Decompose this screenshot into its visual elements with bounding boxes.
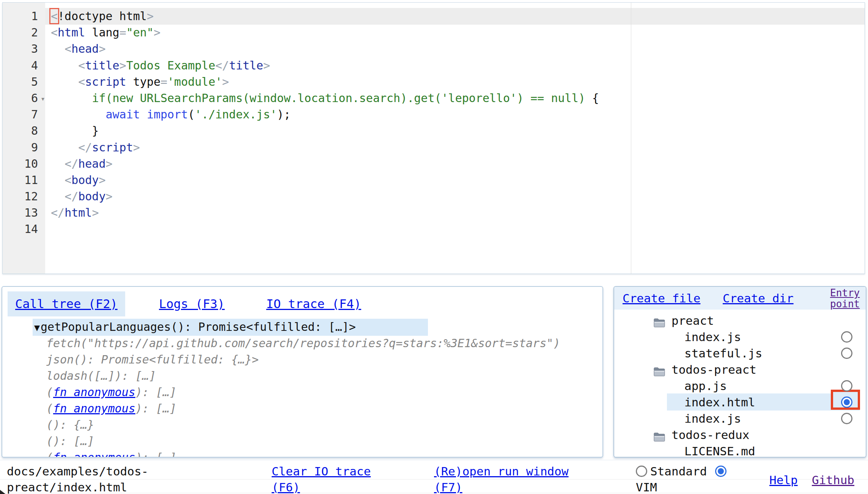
code-line[interactable]: <body> — [46, 172, 865, 188]
line-number: 9 — [3, 139, 45, 156]
selected-call-band[interactable]: ▼getPopularLanguages(): Promise<fulfille… — [33, 319, 428, 336]
code-token: > — [99, 173, 105, 187]
line-number: 3 — [3, 41, 45, 57]
file-tree-row-index.html[interactable]: index.html — [614, 394, 866, 411]
code-line[interactable]: </body> — [46, 188, 865, 205]
code-token: title — [85, 59, 119, 72]
tab-logs[interactable]: Logs (F3) — [151, 291, 232, 316]
folder-icon — [654, 430, 665, 439]
code-token: > — [263, 59, 270, 72]
code-token — [51, 42, 64, 55]
file-name-label: index.js — [684, 411, 741, 427]
code-token: </ — [51, 206, 64, 219]
create-dir-button[interactable]: Create dir — [723, 291, 794, 305]
code-token: < — [64, 42, 71, 55]
entry-point-radio[interactable] — [841, 331, 852, 343]
create-file-button[interactable]: Create file — [623, 291, 700, 305]
code-token: head — [71, 42, 99, 55]
call-tree-row[interactable]: (fn anonymous): […] — [2, 449, 602, 458]
mode-radio-vim[interactable] — [715, 466, 726, 477]
file-name-label: stateful.js — [684, 345, 762, 362]
code-line[interactable]: </script> — [46, 139, 865, 156]
line-number: 13 — [3, 205, 45, 221]
line-number: 8 — [3, 123, 45, 139]
code-token: await — [106, 108, 140, 121]
line-number: 4 — [3, 57, 45, 74]
github-link[interactable]: Github — [812, 473, 854, 487]
call-tree-row[interactable]: (fn anonymous): […] — [2, 400, 602, 417]
entry-point-radio[interactable] — [841, 380, 852, 392]
call-tree-row[interactable]: (): {…} — [2, 417, 602, 433]
code-token — [51, 190, 64, 203]
code-line[interactable] — [46, 221, 865, 237]
file-tree-row-todos-preact[interactable]: todos-preact — [614, 362, 866, 378]
mode-label-standard: Standard — [650, 464, 707, 478]
tab-io-trace[interactable]: IO trace (F4) — [259, 291, 369, 316]
code-token: body — [71, 173, 99, 187]
panel-tabs: Call tree (F2) Logs (F3) IO trace (F4) — [8, 291, 388, 316]
line-number: 14 — [3, 221, 45, 237]
file-tree-row-stateful.js[interactable]: stateful.js — [614, 345, 866, 362]
code-token: ( — [188, 108, 195, 121]
file-name-label: LICENSE.md — [684, 443, 755, 458]
code-token: './index.js' — [195, 108, 277, 121]
code-token: </ — [78, 141, 92, 154]
fn-anonymous-link[interactable]: fn anonymous — [53, 402, 135, 415]
call-tree-row[interactable]: (fn anonymous): […] — [2, 384, 602, 400]
tab-call-tree[interactable]: Call tree (F2) — [8, 291, 125, 316]
file-tree-row-todos-redux[interactable]: todos-redux — [614, 427, 866, 443]
call-tree-row[interactable]: ▼getPopularLanguages(): Promise<fulfille… — [2, 319, 602, 335]
file-tree-row-preact[interactable]: preact — [614, 313, 866, 329]
mode-radio-standard[interactable] — [636, 466, 647, 477]
entry-point-link[interactable]: Entry point — [830, 288, 863, 310]
file-tree-row-index.js[interactable]: index.js — [614, 329, 866, 345]
code-line[interactable]: <head> — [46, 41, 865, 57]
call-tree-row[interactable]: json(): Promise<fulfilled: {…}> — [2, 351, 602, 368]
print-margin-line — [631, 3, 631, 274]
fold-arrow-icon[interactable]: ▾ — [41, 91, 45, 107]
clear-io-trace-button[interactable]: Clear IO trace (F6) — [272, 464, 371, 494]
file-tree: preactindex.jsstateful.jstodos-preactapp… — [614, 313, 866, 458]
tab-logs-label[interactable]: Logs (F3) — [159, 297, 225, 311]
code-token: "en" — [126, 26, 154, 39]
code-line[interactable]: <!doctype html> — [46, 8, 865, 24]
fn-anonymous-link[interactable]: fn anonymous — [53, 385, 135, 399]
entry-point-radio[interactable] — [841, 413, 852, 424]
code-token: > — [147, 9, 154, 23]
code-line[interactable]: if(new URLSearchParams(window.location.s… — [46, 90, 865, 106]
code-line[interactable]: <html lang="en"> — [46, 24, 865, 41]
code-token: !doctype html — [58, 9, 147, 23]
call-tree-row[interactable]: lodash([…]): […] — [2, 368, 602, 384]
code-token: </ — [215, 59, 229, 72]
code-line[interactable]: </html> — [46, 205, 865, 221]
editor-code-lines[interactable]: <!doctype html><html lang="en"> <head> <… — [46, 8, 865, 238]
file-tree-row-LICENSE.md[interactable]: LICENSE.md — [614, 443, 866, 458]
entry-point-radio[interactable] — [841, 396, 852, 408]
code-token: < — [78, 59, 85, 72]
reopen-run-window-button[interactable]: (Re)open run window (F7) — [434, 464, 569, 494]
folder-icon — [654, 365, 665, 374]
tab-io-trace-label[interactable]: IO trace (F4) — [266, 297, 361, 311]
code-token — [51, 91, 92, 105]
tab-call-tree-label[interactable]: Call tree (F2) — [15, 297, 118, 311]
file-name-label: todos-preact — [671, 362, 756, 378]
line-number: 11 — [3, 172, 45, 188]
call-tree-row[interactable]: (): […] — [2, 433, 602, 449]
code-editor[interactable]: 123456▾7891011121314 <!doctype html><htm… — [2, 2, 865, 274]
entry-point-radio[interactable] — [841, 348, 852, 359]
code-line[interactable]: <title>Todos Example</title> — [46, 57, 865, 74]
code-line[interactable]: <script type='module'> — [46, 74, 865, 90]
file-tree-row-app.js[interactable]: app.js — [614, 378, 866, 394]
code-token: > — [222, 75, 229, 88]
code-line[interactable]: await import('./index.js'); — [46, 106, 865, 123]
file-name-label: preact — [671, 313, 714, 329]
leporello-app: { "editor": { "lines": [ {"n":"1","activ… — [0, 0, 868, 494]
code-token: > — [154, 26, 160, 39]
call-tree-row[interactable]: fetch("https://api.github.com/search/rep… — [2, 335, 602, 351]
code-line[interactable]: } — [46, 123, 865, 139]
code-line[interactable]: </head> — [46, 156, 865, 172]
file-tree-row-index.js[interactable]: index.js — [614, 411, 866, 427]
fn-anonymous-link[interactable]: fn anonymous — [53, 451, 135, 458]
expand-arrow-icon[interactable]: ▼ — [34, 322, 40, 333]
help-link[interactable]: Help — [769, 473, 798, 487]
